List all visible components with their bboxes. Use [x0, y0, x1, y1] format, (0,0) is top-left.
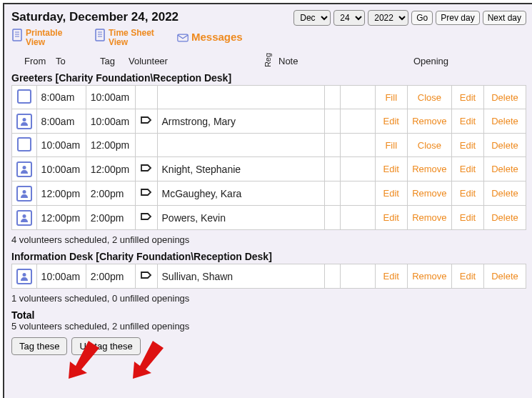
volunteer-cell: Sullivan, Shawn — [157, 264, 324, 289]
person-icon[interactable] — [16, 114, 32, 129]
action-link[interactable]: Close — [407, 86, 452, 109]
from-cell: 12:00pm — [36, 206, 86, 230]
tag-icon — [141, 164, 152, 175]
from-cell: 8:00am — [36, 86, 86, 109]
action-link[interactable]: Remove — [407, 157, 452, 181]
person-icon[interactable] — [16, 161, 32, 177]
action-link[interactable]: Edit — [375, 181, 407, 206]
tag-button-row: Tag these Un-tag these — [11, 337, 526, 355]
tag-icon — [141, 271, 152, 282]
volunteer-cell: Knight, Stephanie — [157, 157, 324, 181]
note-cell — [341, 109, 376, 134]
prev-day-button[interactable]: Prev day — [436, 11, 479, 25]
svg-point-12 — [22, 214, 26, 218]
timesheet-view-link[interactable]: Time Sheet View — [94, 29, 159, 47]
table-row: 8:00am10:00amArmstrong, MaryEditRemoveEd… — [12, 109, 526, 134]
to-cell: 2:00pm — [86, 206, 135, 230]
to-cell: 2:00pm — [86, 181, 135, 206]
action-link[interactable]: Remove — [407, 206, 452, 230]
document-icon — [11, 29, 23, 41]
reg-cell — [324, 181, 340, 206]
person-icon[interactable] — [16, 269, 32, 284]
volunteer-cell — [157, 134, 324, 157]
row-checkbox-cell — [12, 206, 37, 230]
action-link[interactable]: Delete — [483, 86, 526, 109]
from-cell: 10:00am — [36, 157, 86, 181]
action-link[interactable]: Edit — [375, 206, 407, 230]
action-link[interactable]: Fill — [375, 86, 407, 109]
tag-icon — [141, 212, 152, 224]
group-header: Greeters [Charity Foundation\Reception D… — [11, 72, 526, 84]
group-header: Information Desk [Charity Foundation\Rec… — [11, 251, 526, 262]
day-select[interactable]: 24 — [333, 10, 365, 26]
action-link[interactable]: Delete — [483, 206, 526, 230]
month-select[interactable]: Dec — [293, 10, 331, 26]
action-link[interactable]: Edit — [375, 264, 407, 289]
note-cell — [341, 134, 376, 157]
next-day-button[interactable]: Next day — [483, 11, 526, 25]
table-row: 10:00am2:00pmSullivan, ShawnEditRemoveEd… — [12, 264, 526, 289]
action-link[interactable]: Remove — [407, 264, 452, 289]
action-link[interactable]: Delete — [483, 157, 526, 181]
reg-cell — [324, 109, 340, 134]
person-icon[interactable] — [16, 210, 32, 226]
total-summary: 5 volunteers scheduled, 2 unfilled openi… — [11, 321, 526, 332]
year-select[interactable]: 2022 — [368, 10, 408, 26]
action-link[interactable]: Fill — [375, 134, 407, 157]
action-link[interactable]: Close — [407, 134, 452, 157]
action-link[interactable]: Delete — [483, 109, 526, 134]
tag-these-button[interactable]: Tag these — [11, 337, 67, 355]
group-summary: 4 volunteers scheduled, 2 unfilled openi… — [11, 234, 526, 245]
tag-cell — [136, 134, 158, 157]
action-link[interactable]: Edit — [452, 86, 484, 109]
to-cell: 12:00pm — [86, 134, 135, 157]
action-link[interactable]: Delete — [483, 181, 526, 206]
action-link[interactable]: Edit — [452, 109, 484, 134]
tag-icon — [141, 116, 152, 127]
reg-cell — [324, 264, 340, 289]
printable-view-link[interactable]: Printable View — [11, 29, 76, 47]
reg-cell — [324, 206, 340, 230]
top-bar: Saturday, December 24, 2022 Dec 24 2022 … — [11, 10, 526, 26]
action-link[interactable]: Delete — [483, 134, 526, 157]
svg-point-13 — [22, 273, 26, 277]
col-opening: Opening — [336, 56, 526, 66]
action-link[interactable]: Edit — [452, 206, 484, 230]
note-cell — [341, 86, 376, 109]
tag-cell — [136, 157, 158, 181]
from-cell: 12:00pm — [36, 181, 86, 206]
reg-cell — [324, 86, 340, 109]
messages-link[interactable]: Messages — [177, 31, 243, 44]
action-link[interactable]: Remove — [407, 181, 452, 206]
action-link[interactable]: Edit — [452, 181, 484, 206]
reg-cell — [324, 134, 340, 157]
group-summary: 1 volunteers scheduled, 0 unfilled openi… — [11, 293, 526, 304]
from-cell: 10:00am — [36, 264, 86, 289]
svg-rect-0 — [13, 29, 21, 41]
tag-cell — [136, 264, 158, 289]
svg-point-9 — [22, 118, 26, 121]
action-link[interactable]: Edit — [452, 157, 484, 181]
row-checkbox-cell — [12, 181, 37, 206]
action-link[interactable]: Edit — [452, 264, 484, 289]
person-icon[interactable] — [16, 186, 32, 202]
go-button[interactable]: Go — [411, 11, 433, 25]
action-link[interactable]: Edit — [375, 157, 407, 181]
note-cell — [341, 157, 376, 181]
column-headers: From To Tag Volunteer Reg Note Opening — [11, 53, 526, 69]
action-link[interactable]: Edit — [452, 134, 484, 157]
checkbox-icon[interactable] — [17, 89, 31, 104]
svg-rect-4 — [96, 29, 104, 41]
col-tag: Tag — [100, 56, 129, 66]
schedule-table: 8:00am10:00amFillCloseEditDelete8:00am10… — [11, 85, 526, 230]
to-cell: 10:00am — [86, 86, 135, 109]
timesheet-view-label: Time Sheet View — [109, 29, 159, 47]
action-link[interactable]: Remove — [407, 109, 452, 134]
checkbox-icon[interactable] — [17, 137, 31, 151]
date-nav-controls: Dec 24 2022 Go Prev day Next day — [293, 10, 526, 26]
from-cell: 8:00am — [36, 109, 86, 134]
action-link[interactable]: Edit — [375, 109, 407, 134]
to-cell: 10:00am — [86, 109, 135, 134]
action-link[interactable]: Delete — [483, 264, 526, 289]
untag-these-button[interactable]: Un-tag these — [71, 337, 140, 355]
